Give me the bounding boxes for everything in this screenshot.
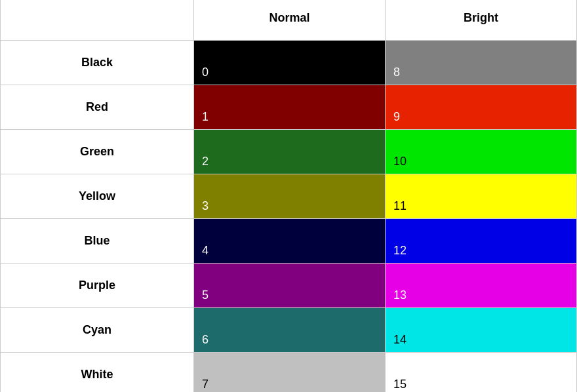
table-row: Cyan614 xyxy=(1,307,577,352)
bright-color-red: 9 xyxy=(386,85,577,129)
table-row: Black08 xyxy=(1,40,577,85)
bright-color-black: 8 xyxy=(386,40,577,85)
color-table: Normal Bright Black08Red19Green210Yellow… xyxy=(0,0,577,392)
label-green: Green xyxy=(1,129,194,174)
label-cyan: Cyan xyxy=(1,307,194,352)
normal-color-yellow: 3 xyxy=(194,174,386,218)
table-row: Blue412 xyxy=(1,218,577,263)
header-bright: Bright xyxy=(386,0,577,40)
normal-color-purple: 5 xyxy=(194,263,386,307)
normal-color-red: 1 xyxy=(194,85,386,129)
header-normal: Normal xyxy=(194,0,386,40)
label-purple: Purple xyxy=(1,263,194,307)
label-red: Red xyxy=(1,85,194,129)
table-row: Red19 xyxy=(1,85,577,129)
label-black: Black xyxy=(1,40,194,85)
bright-color-blue: 12 xyxy=(386,218,577,263)
header-empty xyxy=(1,0,194,40)
label-yellow: Yellow xyxy=(1,174,194,218)
label-white: White xyxy=(1,352,194,392)
normal-color-green: 2 xyxy=(194,129,386,174)
bright-color-green: 10 xyxy=(386,129,577,174)
label-blue: Blue xyxy=(1,218,194,263)
normal-color-black: 0 xyxy=(194,40,386,85)
table-row: Green210 xyxy=(1,129,577,174)
normal-color-cyan: 6 xyxy=(194,307,386,352)
table-row: Purple513 xyxy=(1,263,577,307)
table-row: White715 xyxy=(1,352,577,392)
bright-color-yellow: 11 xyxy=(386,174,577,218)
normal-color-white: 7 xyxy=(194,352,386,392)
normal-color-blue: 4 xyxy=(194,218,386,263)
table-row: Yellow311 xyxy=(1,174,577,218)
bright-color-cyan: 14 xyxy=(386,307,577,352)
bright-color-white: 15 xyxy=(386,352,577,392)
bright-color-purple: 13 xyxy=(386,263,577,307)
